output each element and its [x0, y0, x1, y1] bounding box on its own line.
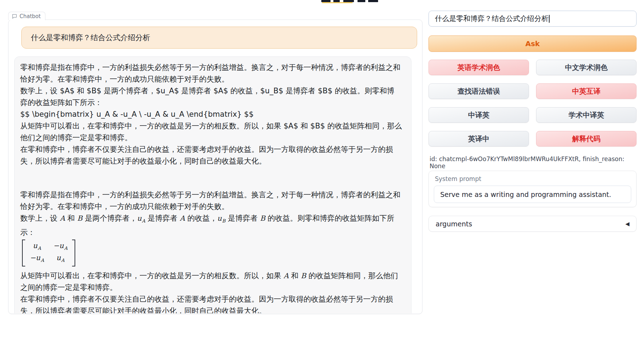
raw-paragraph-3: 从矩阵中可以看出，在零和博弈中，一方的收益是另一方的相反数。所以，如果 $A$ … [20, 120, 402, 144]
clipped-page-title [311, 0, 410, 3]
math-var: A [60, 214, 65, 222]
button-find-grammar-errors[interactable]: 查找语法错误 [429, 83, 529, 99]
completion-status-line: id: chatcmpl-6wOo7KrYTwMl89lbrMWRu4UkFFX… [430, 155, 638, 170]
math-var: B [301, 271, 306, 280]
bot-answer-rendered: 零和博弈是指在博弈中，一方的利益损失必然等于另一方的利益增益。换言之，对于每一种… [20, 189, 402, 313]
arguments-accordion-label: arguments [436, 220, 472, 228]
rendered-paragraph-1: 零和博弈是指在博弈中，一方的利益损失必然等于另一方的利益增益。换言之，对于每一种… [20, 189, 402, 213]
system-prompt-label: System prompt [435, 175, 631, 182]
button-zh-to-en[interactable]: 中译英 [429, 107, 529, 123]
button-academic-zh-to-en[interactable]: 学术中译英 [536, 107, 637, 123]
system-prompt-input[interactable]: Serve me as a writing and programming as… [434, 186, 631, 203]
button-explain-code[interactable]: 解释代码 [536, 131, 637, 147]
math-var: A [180, 214, 185, 222]
chatbot-panel-label-text: Chatbot [20, 13, 41, 20]
chatbot-panel-label: Chatbot [8, 12, 45, 20]
matrix-cell: uA [53, 253, 67, 265]
user-message-bubble: 什么是零和博弈？结合公式介绍分析 [21, 27, 417, 49]
chat-bubble-icon [12, 13, 17, 19]
payoff-matrix: uA −uA −uA uA [22, 240, 75, 266]
math-var: B [77, 214, 83, 222]
chatbot-panel: 什么是零和博弈？结合公式介绍分析 零和博弈是指在博弈中，一方的利益损失必然等于另… [8, 20, 422, 314]
raw-latex-line: $$ \begin{bmatrix} u_A & -u_A \ -u_A & u… [20, 109, 402, 120]
question-input[interactable]: 什么是零和博弈？结合公式介绍分析 [429, 11, 637, 27]
button-en-to-zh[interactable]: 英译中 [429, 131, 529, 147]
raw-paragraph-4: 在零和博弈中，博弈者不仅要关注自己的收益，还需要考虑对手的收益。因为一方取得的收… [20, 144, 402, 167]
rendered-paragraph-4: 在零和博弈中，博弈者不仅要关注自己的收益，还需要考虑对手的收益。因为一方取得的收… [20, 293, 402, 313]
math-var: A [284, 271, 289, 280]
button-chinese-academic-polish[interactable]: 中文学术润色 [536, 60, 637, 75]
user-message-text: 什么是零和博弈？结合公式介绍分析 [31, 33, 150, 43]
chat-scroll-area[interactable]: 什么是零和博弈？结合公式介绍分析 零和博弈是指在博弈中，一方的利益损失必然等于另… [9, 20, 422, 313]
bot-message-bubble: 零和博弈是指在博弈中，一方的利益损失必然等于另一方的利益增益。换言之，对于每一种… [14, 56, 411, 313]
system-prompt-group: System prompt Serve me as a writing and … [429, 171, 637, 207]
rendered-paragraph-2: 数学上，设 A 和 B 是两个博弈者，uA 是博弈者 A 的收益，uB 是博弈者… [20, 213, 402, 238]
math-var: u [217, 214, 222, 222]
arguments-accordion-header[interactable]: arguments ◀ [429, 216, 637, 232]
matrix-cell: −uA [30, 253, 44, 265]
bot-answer-raw: 零和博弈是指在博弈中，一方的利益损失必然等于另一方的利益增益。换言之，对于每一种… [20, 62, 402, 167]
rendered-paragraph-3: 从矩阵中可以看出，在零和博弈中，一方的收益是另一方的相反数。所以，如果 A 和 … [20, 270, 402, 293]
button-zh-en-mutual-translate[interactable]: 中英互译 [536, 83, 637, 99]
matrix-cell: uA [30, 241, 44, 253]
button-english-academic-polish[interactable]: 英语学术润色 [429, 60, 529, 75]
matrix-cell: −uA [53, 241, 67, 253]
matrix-left-bracket [22, 240, 25, 266]
question-input-value: 什么是零和博弈？结合公式介绍分析 [435, 14, 549, 23]
math-var: B [260, 214, 265, 222]
raw-paragraph-2: 数学上，设 $A$ 和 $B$ 是两个博弈者，$u_A$ 是博弈者 $A$ 的收… [20, 85, 402, 109]
function-button-grid: 英语学术润色 中文学术润色 查找语法错误 中英互译 中译英 学术中译英 英译中 … [429, 60, 637, 147]
text-cursor [549, 15, 550, 23]
accordion-collapsed-icon: ◀ [625, 221, 629, 227]
ask-button[interactable]: Ask [429, 35, 637, 52]
math-var: u [137, 214, 142, 222]
raw-paragraph-1: 零和博弈是指在博弈中，一方的利益损失必然等于另一方的利益增益。换言之，对于每一种… [20, 62, 402, 85]
matrix-right-bracket [72, 240, 75, 266]
